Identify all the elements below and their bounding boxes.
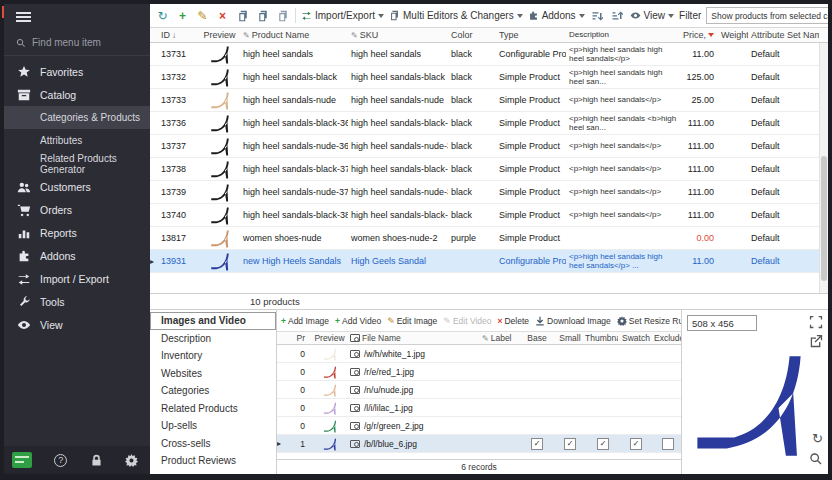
- column-header-weight[interactable]: Weight: [718, 30, 748, 40]
- column-header-file-name[interactable]: File Name: [347, 333, 479, 343]
- fullscreen-icon[interactable]: [809, 315, 823, 329]
- exclude-checkbox[interactable]: [651, 438, 681, 450]
- image-row[interactable]: 1 /b/l/blue_6.jpg: [277, 435, 681, 453]
- image-row[interactable]: 0 /n/u/nude.jpg: [277, 381, 681, 399]
- product-row[interactable]: 13740 high heel sandals-black-38 high he…: [150, 204, 819, 227]
- product-name: new High Heels Sandals: [240, 256, 348, 266]
- column-header-price[interactable]: Price,: [678, 30, 718, 40]
- detail-tab[interactable]: Inventory: [150, 347, 276, 365]
- edit-image-button[interactable]: ✎Edit Image: [387, 316, 437, 326]
- copy-button[interactable]: [235, 8, 250, 23]
- swatch-checkbox[interactable]: [618, 438, 651, 450]
- detail-tab[interactable]: Related Products: [150, 400, 276, 418]
- help-icon[interactable]: [54, 454, 67, 467]
- base-checkbox[interactable]: [519, 438, 552, 450]
- menu-toggle-icon[interactable]: [16, 10, 31, 24]
- zoom-icon[interactable]: [809, 452, 823, 466]
- menu-search[interactable]: [4, 30, 150, 56]
- sidebar-item-label: Orders: [40, 204, 72, 216]
- column-header-preview[interactable]: Preview: [196, 30, 240, 40]
- vertical-scrollbar[interactable]: [819, 43, 828, 293]
- detail-tab[interactable]: Cross-sells: [150, 435, 276, 453]
- import-export-menu[interactable]: Import/Export: [301, 10, 384, 21]
- sidebar-item[interactable]: Addons: [4, 244, 150, 267]
- delete-product-button[interactable]: ×: [215, 8, 230, 23]
- sort-descending-icon[interactable]: [610, 8, 625, 23]
- scrollbar-thumb[interactable]: [821, 156, 827, 281]
- sidebar-item[interactable]: Orders: [4, 198, 150, 221]
- edit-product-button[interactable]: ✎: [195, 8, 210, 23]
- column-header-image-preview[interactable]: Preview: [309, 333, 347, 343]
- open-external-icon[interactable]: [809, 334, 823, 348]
- column-header-sku[interactable]: ✎SKU: [348, 30, 448, 40]
- sort-ascending-icon[interactable]: [590, 8, 605, 23]
- column-header-color[interactable]: Color: [448, 30, 496, 40]
- product-row[interactable]: 13733 high heel sandals-nude high heel s…: [150, 89, 819, 112]
- detail-tab[interactable]: Description: [150, 330, 276, 348]
- column-header-id[interactable]: ID↓: [158, 30, 196, 40]
- sidebar-item[interactable]: Related Products Generator: [4, 152, 150, 175]
- filter-scope-select[interactable]: Show products from selected categories: [706, 7, 828, 24]
- image-row[interactable]: 0 /g/r/green_2.jpg: [277, 417, 681, 435]
- product-row[interactable]: 13817 women shoes-nude women shoes-nude-…: [150, 227, 819, 250]
- thumbnail-checkbox[interactable]: [585, 438, 618, 450]
- column-header-exclude[interactable]: Exclude: [651, 333, 681, 343]
- detail-tab[interactable]: Categories: [150, 382, 276, 400]
- small-checkbox[interactable]: [552, 438, 585, 450]
- product-row[interactable]: 13732 high heel sandals-black high heel …: [150, 66, 819, 89]
- image-size-field[interactable]: 508 x 456: [687, 315, 757, 331]
- multi-editors-menu[interactable]: Multi Editors & Changers: [389, 10, 523, 21]
- set-resize-rule-button[interactable]: Set Resize Rule: [617, 316, 681, 326]
- sidebar-item[interactable]: Customers: [4, 175, 150, 198]
- column-header-label[interactable]: ✎Label: [479, 333, 519, 343]
- column-header-thumbnail[interactable]: Thumbna: [585, 333, 618, 343]
- product-row[interactable]: 13736 high heel sandals-black-36 high he…: [150, 112, 819, 135]
- add-video-button[interactable]: +Add Video: [335, 316, 381, 326]
- product-row[interactable]: 13731 high heel sandals high heel sandal…: [150, 43, 819, 66]
- column-header-type[interactable]: Type: [496, 30, 566, 40]
- add-product-button[interactable]: +: [175, 8, 190, 23]
- column-header-attribute-set[interactable]: Attribute Set Name: [748, 30, 819, 40]
- paste-button[interactable]: [255, 8, 270, 23]
- detail-tab[interactable]: Websites: [150, 365, 276, 383]
- add-image-button[interactable]: +Add Image: [281, 316, 329, 326]
- sidebar-item[interactable]: Favorites: [4, 60, 150, 83]
- product-preview: [196, 113, 240, 133]
- detail-tab[interactable]: Images and Video: [150, 312, 276, 330]
- sidebar-item[interactable]: View: [4, 313, 150, 336]
- store-icon[interactable]: [12, 452, 32, 468]
- settings-gear-icon[interactable]: [125, 454, 138, 467]
- sidebar-item[interactable]: Reports: [4, 221, 150, 244]
- sidebar-item[interactable]: Categories & Products: [4, 106, 150, 129]
- lock-icon[interactable]: [90, 454, 103, 467]
- sidebar-item[interactable]: Import / Export: [4, 267, 150, 290]
- detail-tab[interactable]: Product Reviews: [150, 452, 276, 470]
- sidebar-item[interactable]: Attributes: [4, 129, 150, 152]
- rotate-icon[interactable]: ↻: [812, 431, 823, 446]
- detail-tab[interactable]: Up-sells: [150, 417, 276, 435]
- sidebar-item[interactable]: Tools: [4, 290, 150, 313]
- refresh-button[interactable]: ↻: [155, 8, 170, 23]
- column-header-description[interactable]: Description: [566, 30, 678, 39]
- image-row[interactable]: 0 /r/e/red_1.jpg: [277, 363, 681, 381]
- product-row[interactable]: 13931 new High Heels Sandals High Geels …: [150, 250, 819, 273]
- column-header-base[interactable]: Base: [519, 333, 552, 343]
- duplicate-button[interactable]: [275, 8, 290, 23]
- product-row[interactable]: 13738 high heel sandals-black-37 high he…: [150, 158, 819, 181]
- menu-search-input[interactable]: [32, 37, 132, 48]
- sidebar-item[interactable]: Catalog: [4, 83, 150, 106]
- addons-menu[interactable]: Addons: [528, 10, 585, 21]
- column-header-small[interactable]: Small: [552, 333, 585, 343]
- column-header-priority[interactable]: Pr: [285, 333, 309, 343]
- delete-image-button[interactable]: ×Delete: [497, 316, 529, 326]
- download-image-button[interactable]: Download Image: [535, 316, 611, 326]
- edit-video-button[interactable]: ✎Edit Video: [443, 316, 491, 326]
- product-row[interactable]: 13737 high heel sandals-nude-36 high hee…: [150, 135, 819, 158]
- image-row[interactable]: 0 /w/h/white_1.jpg: [277, 345, 681, 363]
- product-row[interactable]: 13739 high heel sandals-nude-37 high hee…: [150, 181, 819, 204]
- column-header-product-name[interactable]: ✎Product Name: [240, 30, 348, 40]
- sidebar-item-icon: [17, 295, 31, 309]
- image-row[interactable]: 0 /l/i/lilac_1.jpg: [277, 399, 681, 417]
- column-header-swatch[interactable]: Swatch: [618, 333, 651, 343]
- view-menu[interactable]: View: [630, 10, 675, 21]
